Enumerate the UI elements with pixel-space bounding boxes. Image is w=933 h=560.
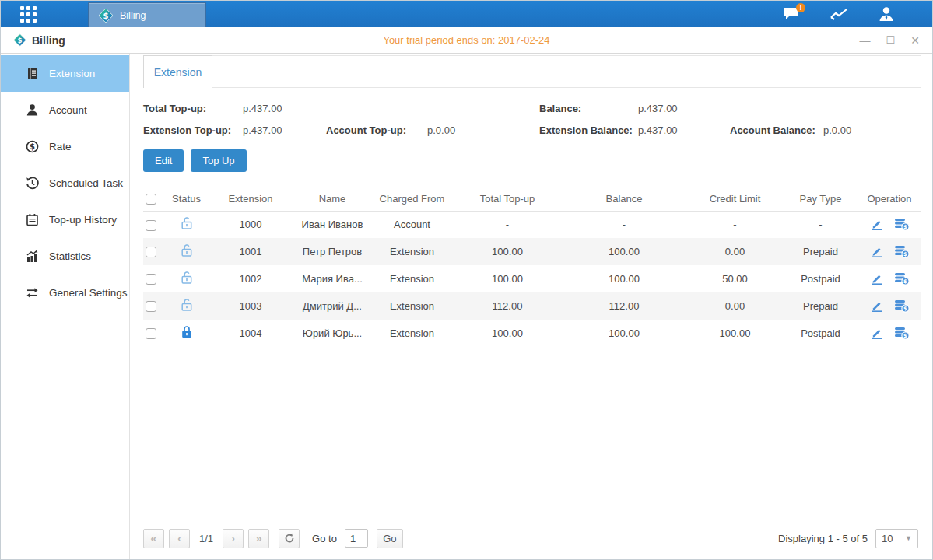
chevron-down-icon: ▼ bbox=[905, 534, 912, 542]
cell-extension: 1000 bbox=[208, 211, 293, 238]
cell-balance: 112.00 bbox=[562, 292, 686, 320]
lock-closed-icon bbox=[181, 325, 193, 339]
billing-summary: Total Top-up: p.437.00 Balance: p.437.00… bbox=[143, 103, 921, 136]
edit-button[interactable]: Edit bbox=[143, 149, 184, 172]
cell-credit-limit: 0.00 bbox=[686, 292, 784, 320]
sidebar-item-label: Statistics bbox=[49, 250, 91, 262]
window-title: $ Billing bbox=[13, 33, 65, 47]
tabstrip: Extension bbox=[143, 55, 921, 88]
topup-row-icon[interactable]: $ bbox=[894, 218, 910, 231]
scheduled-task-icon bbox=[25, 177, 39, 190]
window-title-text: Billing bbox=[32, 34, 65, 47]
goto-label: Go to bbox=[312, 533, 337, 544]
rate-icon: $ bbox=[25, 140, 39, 153]
cell-charged-from: Extension bbox=[371, 292, 453, 320]
billing-diamond-icon-small: $ bbox=[13, 33, 26, 47]
row-checkbox[interactable] bbox=[146, 274, 156, 285]
page-size-select[interactable]: 10 ▼ bbox=[875, 529, 918, 548]
cell-charged-from: Account bbox=[371, 211, 453, 238]
edit-row-icon[interactable] bbox=[870, 218, 883, 231]
messages-button[interactable]: ! bbox=[783, 7, 800, 21]
go-button[interactable]: Go bbox=[377, 529, 403, 548]
svg-text:$: $ bbox=[18, 37, 23, 44]
reports-button[interactable] bbox=[830, 7, 848, 21]
row-checkbox[interactable] bbox=[146, 220, 156, 231]
extension-balance-label: Extension Balance: bbox=[539, 124, 638, 136]
cell-name: Юрий Юрь... bbox=[293, 320, 371, 347]
row-checkbox[interactable] bbox=[146, 328, 156, 339]
sidebar-item-topup-history[interactable]: Top-up History bbox=[1, 201, 129, 238]
grid-icon bbox=[20, 6, 37, 23]
cell-credit-limit: 100.00 bbox=[686, 320, 784, 347]
sidebar-item-statistics[interactable]: Statistics bbox=[1, 238, 129, 275]
total-topup-value: p.437.00 bbox=[243, 103, 326, 114]
total-topup-label: Total Top-up: bbox=[143, 103, 243, 114]
cell-balance: 100.00 bbox=[562, 320, 686, 347]
topup-row-icon[interactable]: $ bbox=[894, 327, 910, 340]
account-icon bbox=[25, 103, 39, 117]
cell-total-topup: 100.00 bbox=[453, 320, 562, 347]
sidebar-item-scheduled-task[interactable]: Scheduled Task bbox=[1, 165, 129, 201]
statistics-icon bbox=[25, 250, 39, 263]
sidebar-item-rate[interactable]: $ Rate bbox=[1, 128, 129, 165]
balance-label: Balance: bbox=[539, 103, 638, 114]
topup-row-icon[interactable]: $ bbox=[894, 245, 910, 258]
app-tab-label: Billing bbox=[120, 10, 146, 21]
cell-charged-from: Extension bbox=[371, 238, 453, 265]
app-grid-button[interactable] bbox=[1, 1, 55, 27]
cell-pay-type: Postpaid bbox=[784, 265, 858, 292]
row-checkbox[interactable] bbox=[146, 301, 156, 312]
sidebar-item-account[interactable]: Account bbox=[1, 92, 129, 128]
cell-charged-from: Extension bbox=[371, 320, 453, 347]
user-menu-button[interactable] bbox=[878, 6, 895, 22]
col-pay-type: Pay Type bbox=[784, 187, 858, 211]
cell-total-topup: 112.00 bbox=[453, 292, 562, 320]
svg-text:$: $ bbox=[103, 11, 109, 19]
cell-balance: - bbox=[562, 211, 686, 238]
sidebar-item-general-settings[interactable]: General Settings bbox=[1, 275, 129, 311]
edit-row-icon[interactable] bbox=[870, 245, 883, 258]
table-row: 1002Мария Ива...Extension100.00100.0050.… bbox=[143, 265, 921, 292]
row-checkbox[interactable] bbox=[146, 247, 156, 257]
goto-page-input[interactable] bbox=[345, 529, 368, 548]
prev-page-button[interactable]: ‹ bbox=[169, 529, 190, 548]
lock-open-icon bbox=[181, 271, 193, 285]
sidebar-item-label: Top-up History bbox=[49, 214, 117, 226]
topup-row-icon[interactable]: $ bbox=[894, 272, 910, 285]
minimize-button[interactable]: — bbox=[860, 35, 871, 46]
last-page-button[interactable]: » bbox=[248, 529, 269, 548]
col-charged-from: Charged From bbox=[371, 187, 453, 211]
billing-app-tab[interactable]: $ Billing bbox=[88, 2, 206, 27]
next-page-button[interactable]: › bbox=[223, 529, 244, 548]
sidebar-item-extension[interactable]: Extension bbox=[1, 55, 129, 92]
cell-pay-type: - bbox=[784, 211, 858, 238]
account-balance-label: Account Balance: bbox=[730, 124, 823, 136]
sidebar-item-label: Account bbox=[49, 104, 87, 116]
close-button[interactable]: ✕ bbox=[910, 35, 920, 46]
edit-row-icon[interactable] bbox=[870, 272, 883, 285]
topup-history-icon bbox=[25, 213, 39, 226]
edit-row-icon[interactable] bbox=[870, 299, 883, 313]
sidebar-item-label: Rate bbox=[49, 141, 72, 152]
notification-badge: ! bbox=[796, 3, 805, 12]
extension-topup-value: p.437.00 bbox=[243, 124, 326, 136]
account-topup-label: Account Top-up: bbox=[326, 124, 427, 136]
cell-total-topup: 100.00 bbox=[453, 238, 562, 265]
tab-extension[interactable]: Extension bbox=[143, 55, 212, 88]
displaying-text: Displaying 1 - 5 of 5 bbox=[778, 533, 868, 544]
select-all-checkbox[interactable] bbox=[146, 194, 156, 205]
maximize-button[interactable]: ☐ bbox=[886, 35, 896, 46]
lock-open-icon bbox=[181, 216, 193, 230]
refresh-button[interactable] bbox=[279, 529, 300, 548]
col-operation: Operation bbox=[858, 187, 921, 211]
top-up-button[interactable]: Top Up bbox=[191, 149, 246, 172]
refresh-icon bbox=[284, 533, 295, 544]
topup-row-icon[interactable]: $ bbox=[894, 299, 910, 313]
first-page-button[interactable]: « bbox=[143, 529, 164, 548]
edit-row-icon[interactable] bbox=[870, 327, 883, 340]
table-row: 1000Иван ИвановAccount----$ bbox=[143, 211, 921, 238]
main-content: Extension Total Top-up: p.437.00 Balance… bbox=[130, 54, 932, 560]
topbar: $ Billing ! bbox=[1, 1, 932, 27]
extension-table: Status Extension Name Charged From Total… bbox=[143, 187, 921, 347]
extension-balance-value: p.437.00 bbox=[638, 124, 730, 136]
